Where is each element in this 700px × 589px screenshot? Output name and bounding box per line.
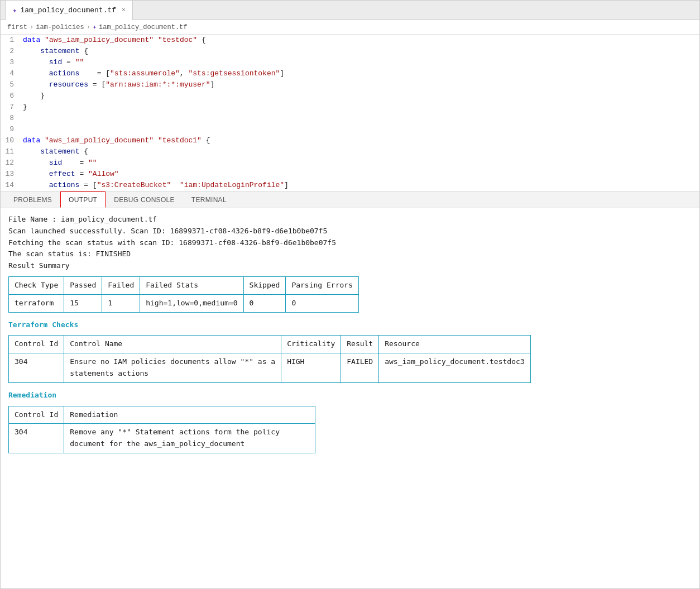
tab-close-button[interactable]: × bbox=[122, 7, 126, 13]
col-failed: Failed bbox=[102, 276, 140, 294]
tab-label: iam_policy_document.tf bbox=[20, 6, 116, 15]
tab-terminal[interactable]: TERMINAL bbox=[183, 191, 235, 208]
remediation-header-row: Control Id Remediation bbox=[9, 406, 315, 424]
result-failed-stats: high=1,low=0,medium=0 bbox=[140, 294, 243, 312]
output-line-5: Result Summary bbox=[8, 260, 692, 272]
code-line-6: 6 } bbox=[1, 90, 699, 102]
code-line-13: 13 effect = "Allow" bbox=[1, 169, 699, 180]
breadcrumb: first › iam-policies › ✦ iam_policy_docu… bbox=[1, 20, 699, 35]
result-failed: 1 bbox=[102, 294, 140, 312]
breadcrumb-part-3: iam_policy_document.tf bbox=[99, 23, 187, 31]
breadcrumb-sep-2: › bbox=[87, 23, 90, 31]
file-icon: ✦ bbox=[12, 6, 17, 15]
code-line-10: 10 data "aws_iam_policy_document" "testd… bbox=[1, 135, 699, 146]
code-line-3: 3 sid = "" bbox=[1, 57, 699, 68]
tc-col-control-name: Control Name bbox=[64, 336, 281, 353]
terraform-checks-row-1: 304 Ensure no IAM policies documents all… bbox=[9, 353, 531, 383]
tc-col-criticality: Criticality bbox=[281, 336, 341, 353]
output-line-3: Fetching the scan status with scan ID: 1… bbox=[8, 237, 692, 249]
output-content: File Name : iam_policy_document.tf Scan … bbox=[1, 208, 699, 466]
col-parsing-errors: Parsing Errors bbox=[286, 276, 359, 294]
rem-col-remediation: Remediation bbox=[64, 406, 315, 424]
result-summary-header-row: Check Type Passed Failed Failed Stats Sk… bbox=[9, 276, 359, 294]
breadcrumb-part-2: iam-policies bbox=[36, 23, 84, 31]
col-check-type: Check Type bbox=[9, 276, 64, 294]
tc-col-control-id: Control Id bbox=[9, 336, 64, 353]
remediation-table: Control Id Remediation 304 Remove any "*… bbox=[8, 406, 315, 453]
rem-col-control-id: Control Id bbox=[9, 406, 64, 424]
code-line-11: 11 statement { bbox=[1, 146, 699, 157]
code-line-14: 14 actions = ["s3:CreateBucket" "iam:Upd… bbox=[1, 180, 699, 191]
app-window: ✦ iam_policy_document.tf × first › iam-p… bbox=[0, 0, 700, 589]
panel-tabs: PROBLEMS OUTPUT DEBUG CONSOLE TERMINAL bbox=[1, 191, 699, 208]
output-line-4: The scan status is: FINISHED bbox=[8, 248, 692, 260]
breadcrumb-sep-1: › bbox=[30, 23, 33, 31]
tc-resource: aws_iam_policy_document.testdoc3 bbox=[379, 353, 530, 383]
remediation-row-1: 304 Remove any "*" Statement actions for… bbox=[9, 424, 315, 453]
code-editor[interactable]: 1 data "aws_iam_policy_document" "testdo… bbox=[1, 35, 699, 191]
result-parsing-errors: 0 bbox=[286, 294, 359, 312]
code-line-9: 9 bbox=[1, 124, 699, 135]
tc-control-name: Ensure no IAM policies documents allow "… bbox=[64, 353, 281, 383]
code-line-4: 4 actions = ["sts:assumerole", "sts:gets… bbox=[1, 68, 699, 79]
remediation-title: Remediation bbox=[8, 390, 692, 401]
terraform-checks-header-row: Control Id Control Name Criticality Resu… bbox=[9, 336, 531, 353]
col-skipped: Skipped bbox=[243, 276, 286, 294]
tab-problems[interactable]: PROBLEMS bbox=[5, 191, 60, 208]
result-summary-table: Check Type Passed Failed Failed Stats Sk… bbox=[8, 276, 359, 313]
result-skipped: 0 bbox=[243, 294, 286, 312]
col-failed-stats: Failed Stats bbox=[140, 276, 243, 294]
tc-col-resource: Resource bbox=[379, 336, 530, 353]
breadcrumb-part-1: first bbox=[7, 23, 27, 31]
code-line-5: 5 resources = ["arn:aws:iam:*:*:myuser"] bbox=[1, 79, 699, 90]
tc-col-result: Result bbox=[341, 336, 379, 353]
code-line-7: 7 } bbox=[1, 102, 699, 113]
result-check-type: terraform bbox=[9, 294, 64, 312]
code-line-12: 12 sid = "" bbox=[1, 157, 699, 169]
tab-output[interactable]: OUTPUT bbox=[60, 191, 106, 208]
terminal-panel: PROBLEMS OUTPUT DEBUG CONSOLE TERMINAL F… bbox=[1, 191, 699, 588]
terraform-checks-title: Terraform Checks bbox=[8, 319, 692, 331]
breadcrumb-file-icon: ✦ bbox=[93, 23, 97, 31]
result-passed: 15 bbox=[64, 294, 102, 312]
result-summary-row-1: terraform 15 1 high=1,low=0,medium=0 0 0 bbox=[9, 294, 359, 312]
output-line-1: File Name : iam_policy_document.tf bbox=[8, 214, 692, 226]
code-line-2: 2 statement { bbox=[1, 46, 699, 57]
tc-control-id: 304 bbox=[9, 353, 64, 383]
rem-remediation-text: Remove any "*" Statement actions form th… bbox=[64, 424, 315, 453]
col-passed: Passed bbox=[64, 276, 102, 294]
output-line-2: Scan launched successfully. Scan ID: 168… bbox=[8, 226, 692, 237]
rem-control-id: 304 bbox=[9, 424, 64, 453]
code-line-1: 1 data "aws_iam_policy_document" "testdo… bbox=[1, 35, 699, 46]
tc-result: FAILED bbox=[341, 353, 379, 383]
code-line-8: 8 bbox=[1, 113, 699, 124]
tab-bar: ✦ iam_policy_document.tf × bbox=[1, 1, 699, 20]
tc-criticality: HIGH bbox=[281, 353, 341, 383]
file-tab[interactable]: ✦ iam_policy_document.tf × bbox=[5, 1, 133, 20]
tab-debug-console[interactable]: DEBUG CONSOLE bbox=[106, 191, 183, 208]
terraform-checks-table: Control Id Control Name Criticality Resu… bbox=[8, 335, 531, 382]
